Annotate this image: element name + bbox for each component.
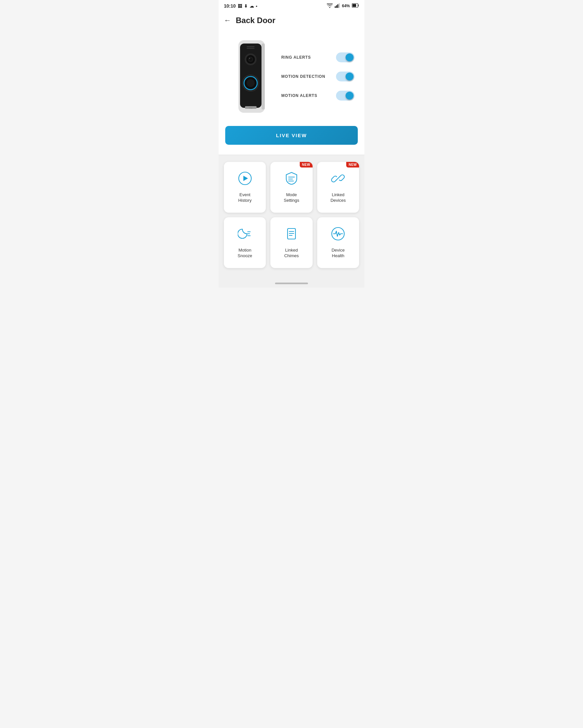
- device-section: ring RING ALERTS MOTION DETECTION MOTION…: [219, 30, 364, 126]
- svg-rect-3: [339, 3, 340, 8]
- motion-snooze-card[interactable]: MotionSnooze: [224, 217, 266, 268]
- linked-chimes-card[interactable]: LinkedChimes: [271, 217, 312, 268]
- motion-alerts-label: MOTION ALERTS: [281, 93, 317, 98]
- dot-icon: •: [256, 4, 257, 8]
- wifi-icon: [327, 3, 333, 9]
- svg-rect-0: [335, 6, 336, 8]
- home-bar: [275, 283, 308, 284]
- linked-devices-card[interactable]: NEW LinkedDevices: [317, 162, 359, 213]
- device-image: ring: [225, 37, 278, 116]
- back-button[interactable]: ←: [224, 17, 231, 24]
- signal-icon: [335, 3, 340, 9]
- svg-rect-2: [337, 4, 338, 8]
- event-history-label: EventHistory: [238, 192, 251, 203]
- live-view-section: LIVE VIEW: [219, 126, 364, 155]
- shield-settings-icon: [284, 171, 299, 187]
- grid-section: EventHistory NEW ModeSettings NEW: [219, 155, 364, 279]
- photo-icon: 🖼: [238, 4, 242, 8]
- linked-devices-label: LinkedDevices: [330, 192, 346, 203]
- status-left: 10:10 🖼 ⬇ ☁ •: [224, 3, 257, 8]
- svg-rect-7: [261, 44, 265, 109]
- svg-point-13: [249, 58, 250, 59]
- linked-chimes-label: LinkedChimes: [284, 248, 299, 259]
- motion-snooze-label: MotionSnooze: [238, 248, 252, 259]
- status-time: 10:10: [224, 3, 236, 8]
- svg-rect-21: [247, 48, 255, 49]
- download-icon: ⬇: [244, 4, 248, 8]
- live-view-button[interactable]: LIVE VIEW: [225, 126, 358, 145]
- device-health-card[interactable]: DeviceHealth: [317, 217, 359, 268]
- svg-text:ring: ring: [249, 107, 252, 109]
- svg-rect-5: [353, 4, 356, 7]
- status-bar: 10:10 🖼 ⬇ ☁ • 64%: [219, 0, 364, 12]
- page-title: Back Door: [236, 16, 275, 25]
- event-history-card[interactable]: EventHistory: [224, 162, 266, 213]
- battery-percent: 64%: [342, 4, 350, 8]
- motion-detection-thumb: [346, 73, 354, 80]
- doorbell-illustration: ring: [230, 37, 273, 116]
- document-lines-icon: [284, 227, 299, 242]
- motion-detection-toggle[interactable]: [336, 72, 354, 81]
- cloud-icon: ☁: [250, 4, 254, 8]
- ring-alerts-toggle[interactable]: [336, 52, 354, 62]
- moon-lines-icon: [238, 227, 252, 242]
- svg-point-17: [247, 79, 255, 87]
- link-icon: [331, 171, 345, 187]
- mode-settings-card[interactable]: NEW ModeSettings: [271, 162, 312, 213]
- grid-row-1: EventHistory NEW ModeSettings NEW: [224, 162, 359, 213]
- battery-icon: [352, 3, 359, 8]
- status-right: 64%: [327, 3, 359, 9]
- motion-alerts-toggle[interactable]: [336, 91, 354, 101]
- heartbeat-circle-icon: [331, 227, 345, 242]
- ring-alerts-row: RING ALERTS: [281, 52, 354, 62]
- svg-rect-1: [336, 5, 337, 8]
- home-indicator-bar: [219, 279, 364, 287]
- linked-devices-new-badge: NEW: [346, 162, 359, 167]
- grid-row-2: MotionSnooze LinkedChimes: [224, 217, 359, 268]
- mode-settings-label: ModeSettings: [284, 192, 299, 203]
- header: ← Back Door: [219, 12, 364, 30]
- svg-rect-20: [247, 46, 255, 47]
- motion-detection-label: MOTION DETECTION: [281, 74, 325, 79]
- device-health-label: DeviceHealth: [331, 248, 345, 259]
- toggles-container: RING ALERTS MOTION DETECTION MOTION ALER…: [281, 52, 358, 101]
- ring-alerts-thumb: [346, 53, 354, 61]
- motion-detection-row: MOTION DETECTION: [281, 72, 354, 81]
- mode-settings-new-badge: NEW: [300, 162, 312, 167]
- motion-alerts-thumb: [346, 92, 354, 100]
- ring-alerts-label: RING ALERTS: [281, 55, 311, 60]
- motion-alerts-row: MOTION ALERTS: [281, 91, 354, 101]
- play-circle-icon: [238, 171, 252, 187]
